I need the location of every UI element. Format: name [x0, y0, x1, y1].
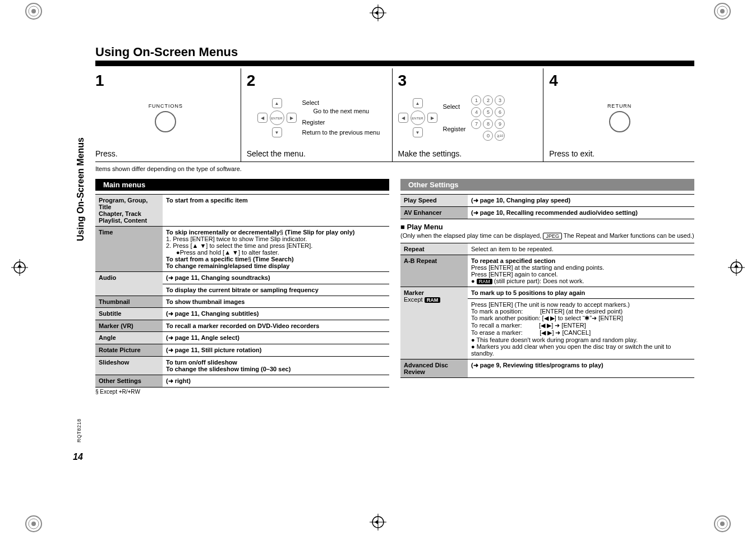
- step-2-return: Return to the previous menu: [302, 128, 380, 136]
- svg-point-5: [720, 9, 725, 13]
- step-2-register: Register: [302, 118, 380, 126]
- step-4-num: 4: [549, 72, 690, 90]
- page-title: Using On-Screen Menus: [95, 45, 694, 59]
- step-4-caption: Press to exit.: [549, 149, 690, 158]
- crop-corner-br: [711, 513, 734, 535]
- functions-button-icon: [155, 111, 176, 132]
- play-menu-header: ■ Play Menu: [400, 223, 694, 231]
- row-slide-label: Slideshow: [95, 357, 163, 375]
- ram-chip: RAM: [477, 279, 492, 284]
- step-3-select: Select: [443, 103, 466, 110]
- row-angle-label: Angle: [95, 332, 163, 344]
- row-playspeed-desc: (➜ page 10, Changing play speed): [468, 195, 694, 207]
- step-4: 4 RETURN Press to exit.: [543, 68, 694, 162]
- main-menus-header: Main menus: [95, 179, 389, 191]
- crop-mark-top: [367, 4, 389, 21]
- numpad-icon: 123 456 789 0≧10: [471, 95, 505, 141]
- row-time-desc: To skip incrementally or decrementally§ …: [163, 227, 389, 272]
- step-3-caption: Make the settings.: [398, 149, 539, 158]
- other-settings-header: Other Settings: [400, 179, 694, 191]
- row-audio-label: Audio: [95, 272, 163, 296]
- row-thumb-desc: To show thumbnail images: [163, 296, 389, 308]
- row-adv-label: Advanced Disc Review: [400, 359, 468, 378]
- row-marker-desc: Press [ENTER] (The unit is now ready to …: [468, 299, 694, 359]
- step-3-register: Register: [443, 126, 466, 132]
- return-label: RETURN: [607, 103, 632, 109]
- footnote-left: § Except +R/+RW: [95, 389, 389, 395]
- row-adv-desc: (➜ page 9, Reviewing titles/programs to …: [468, 359, 694, 378]
- row-program-desc: To start from a specific item: [163, 195, 389, 227]
- page-number: 14: [73, 452, 83, 462]
- step-2-select: Select: [302, 99, 380, 107]
- right-column: Other Settings Play Speed (➜ page 10, Ch…: [400, 179, 694, 395]
- row-ab-desc: To repeat a specified section Press [ENT…: [468, 255, 694, 287]
- svg-point-11: [720, 522, 725, 526]
- row-marker-label: Marker Except RAM: [400, 287, 468, 359]
- crop-corner-tl: [22, 0, 45, 22]
- crop-corner-bl: [22, 513, 45, 535]
- play-menu-table: Repeat Select an item to be repeated. A-…: [400, 243, 694, 378]
- dpad-icon-2: ▲▼◀▶ ENTER: [398, 98, 437, 137]
- items-note: Items shown differ depending on the type…: [95, 165, 694, 172]
- left-column: Main menus Program, Group, Title Chapter…: [95, 179, 389, 395]
- steps-row: 1 FUNCTIONS Press. 2 ▲▼◀▶ ENTER: [95, 68, 694, 162]
- row-repeat-desc: Select an item to be repeated.: [468, 243, 694, 255]
- enter-button-icon: ENTER: [270, 110, 284, 125]
- row-avenh-label: AV Enhancer: [400, 207, 468, 219]
- row-angle-desc: (➜ page 11, Angle select): [163, 332, 389, 344]
- step-2-num: 2: [247, 72, 388, 90]
- row-program-label: Program, Group, Title Chapter, Track Pla…: [95, 195, 163, 227]
- step-2-caption: Select the menu.: [247, 149, 388, 158]
- dpad-icon: ▲▼◀▶ ENTER: [257, 98, 297, 137]
- two-columns: Main menus Program, Group, Title Chapter…: [95, 179, 694, 395]
- row-playspeed-label: Play Speed: [400, 195, 468, 207]
- row-ab-label: A-B Repeat: [400, 255, 468, 287]
- svg-point-8: [31, 522, 36, 526]
- crop-mark-bottom: [367, 514, 389, 531]
- step-1-caption: Press.: [95, 149, 236, 158]
- step-1: 1 FUNCTIONS Press.: [95, 68, 241, 162]
- row-thumb-label: Thumbnail: [95, 296, 163, 308]
- other-settings-table: Play Speed (➜ page 10, Changing play spe…: [400, 194, 694, 219]
- title-rule: [95, 61, 694, 66]
- row-time-label: Time: [95, 227, 163, 272]
- row-other-label: Other Settings: [95, 375, 163, 388]
- row-sub-desc: (➜ page 11, Changing subtitles): [163, 308, 389, 320]
- row-marker-head: To mark up to 5 positions to play again: [468, 287, 694, 299]
- crop-mark-right: [728, 256, 745, 279]
- step-1-num: 1: [95, 72, 236, 90]
- row-rotate-label: Rotate Picture: [95, 344, 163, 357]
- play-menu-note: (Only when the elapsed play time can be …: [400, 232, 694, 239]
- row-slide-desc: To turn on/off slideshowTo change the sl…: [163, 357, 389, 375]
- row-avenh-desc: (➜ page 10, Recalling recommended audio/…: [468, 207, 694, 219]
- side-section-label: Using On-Screen Menus: [76, 137, 86, 241]
- row-audio-desc2: To display the current bitrate or sampli…: [163, 284, 389, 296]
- row-markervr-label: Marker (VR): [95, 320, 163, 332]
- step-3: 3 ▲▼◀▶ ENTER Select Register 123 456 789…: [392, 68, 543, 162]
- page-content: Using On-Screen Menus 1 FUNCTIONS Press.…: [95, 45, 694, 395]
- step-2-goto: Go to the next menu: [314, 107, 380, 115]
- return-button-icon: [609, 111, 630, 132]
- row-other-desc: (➜ right): [163, 375, 389, 388]
- row-rotate-desc: (➜ page 11, Still picture rotation): [163, 344, 389, 357]
- crop-corner-tr: [711, 0, 734, 22]
- step-2: 2 ▲▼◀▶ ENTER Select Go to the next menu …: [241, 68, 392, 162]
- crop-mark-left: [11, 256, 28, 279]
- jpeg-chip: JPEG: [543, 233, 562, 239]
- doc-code: RQT8218: [76, 418, 82, 442]
- row-markervr-desc: To recall a marker recorded on DVD-Video…: [163, 320, 389, 332]
- step-3-num: 3: [398, 72, 539, 90]
- steps-bottom-rule: [95, 162, 694, 162]
- row-sub-label: Subtitle: [95, 308, 163, 320]
- svg-point-2: [31, 9, 36, 13]
- functions-label: FUNCTIONS: [149, 103, 183, 109]
- ram-chip-2: RAM: [425, 297, 441, 303]
- enter-button-icon-2: ENTER: [411, 110, 425, 125]
- row-repeat-label: Repeat: [400, 243, 468, 255]
- main-menus-table: Program, Group, Title Chapter, Track Pla…: [95, 194, 389, 388]
- row-audio-desc1: (➜ page 11, Changing soundtracks): [163, 272, 389, 284]
